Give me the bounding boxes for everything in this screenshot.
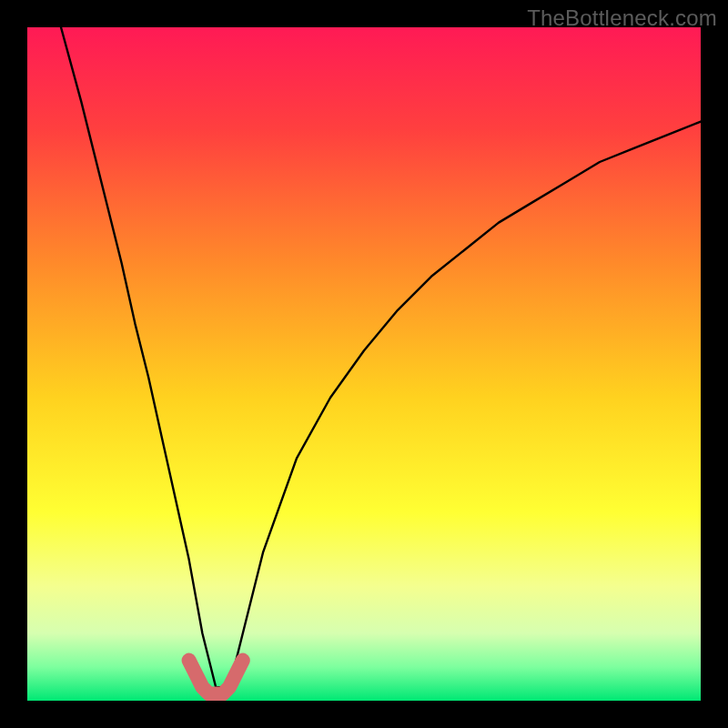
bottleneck-plot <box>27 27 701 701</box>
gradient-background <box>27 27 701 701</box>
chart-svg <box>27 27 701 701</box>
chart-frame: TheBottleneck.com <box>0 0 728 728</box>
